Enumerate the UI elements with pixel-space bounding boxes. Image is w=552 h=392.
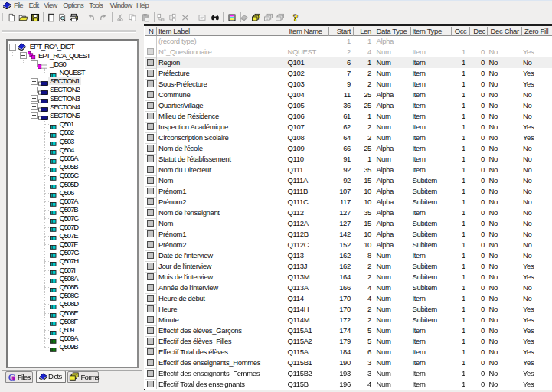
svg-text:?: ?	[293, 13, 298, 22]
